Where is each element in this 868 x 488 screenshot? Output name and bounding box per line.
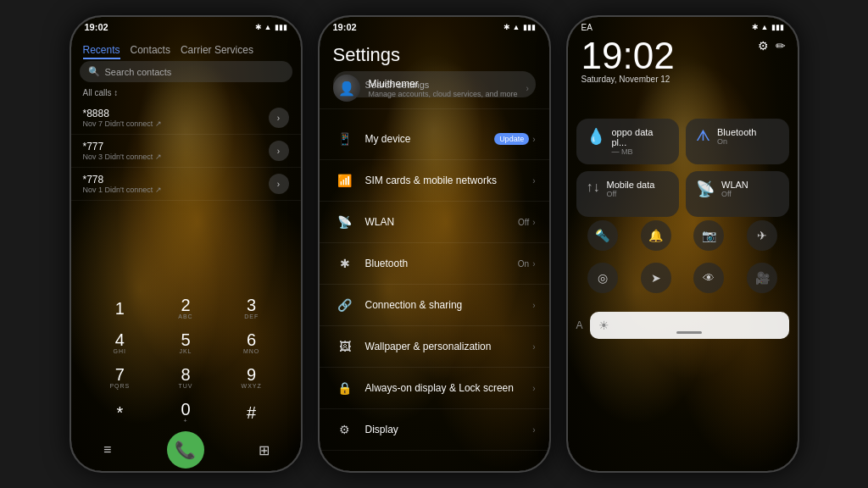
lock-date: Saturday, November 12 xyxy=(581,75,675,84)
settings-title: Settings xyxy=(333,44,536,66)
call-item[interactable]: *778 Nov 1 Didn't connect ↗ › xyxy=(71,168,301,201)
key-hash[interactable]: # xyxy=(220,396,284,429)
device-icon: 📱 xyxy=(333,127,357,151)
all-calls-label: All calls ↕ xyxy=(83,88,119,97)
settings-item-bluetooth[interactable]: ✱ Bluetooth On › xyxy=(320,243,549,285)
wlan-tile-icon: 📡 xyxy=(696,180,715,198)
account-avatar: 👤 xyxy=(333,75,360,102)
brightness-control: A ☀ xyxy=(576,312,789,339)
settings-item-sim[interactable]: 📶 SIM cards & mobile networks › xyxy=(320,160,549,202)
key-2[interactable]: 2ABC xyxy=(153,291,218,324)
call-detail: Nov 7 Didn't connect ↗ xyxy=(83,119,162,128)
status-time-settings: 19:02 xyxy=(333,22,357,32)
tile-mobile-data[interactable]: 💧 oppo data pl... — MB xyxy=(576,119,680,164)
wlan-status: Off xyxy=(518,218,529,227)
tile-label: WLAN xyxy=(721,180,748,190)
airplane-button[interactable]: ✈ xyxy=(747,220,777,251)
screen-record-button[interactable]: 📷 xyxy=(693,220,724,251)
bt-icon-d: ✱ xyxy=(255,23,262,31)
tab-recents[interactable]: Recents xyxy=(83,42,120,59)
key-0[interactable]: 0+ xyxy=(153,396,218,429)
tile-label: oppo data pl... xyxy=(612,127,670,147)
tab-contacts[interactable]: Contacts xyxy=(131,42,170,59)
flashlight-button[interactable]: 🔦 xyxy=(587,220,618,251)
chevron-right-icon: › xyxy=(526,84,529,93)
tile-wlan[interactable]: 📡 WLAN Off xyxy=(686,171,789,217)
item-name: Connection & sharing xyxy=(365,299,525,311)
account-item[interactable]: 👤 Miuithemer Manage accounts, cloud serv… xyxy=(320,68,549,109)
chevron-right-icon: › xyxy=(532,259,535,269)
call-number: *8888 xyxy=(83,108,162,119)
chevron-right-icon: › xyxy=(532,342,535,352)
battery-icon-d: ▮▮▮ xyxy=(275,23,287,31)
wlan-icon: 📡 xyxy=(333,210,357,234)
status-time-dialer: 19:02 xyxy=(85,22,108,32)
camera-button[interactable]: 🎥 xyxy=(747,263,777,293)
dialpad-button[interactable]: ⊞ xyxy=(250,436,277,463)
key-9[interactable]: 9WXYZ xyxy=(220,361,284,394)
key-1[interactable]: 1 xyxy=(88,291,153,324)
settings-item-mydevice[interactable]: 📱 My device Update › xyxy=(320,119,549,160)
search-icon: 🔍 xyxy=(88,66,100,77)
key-7[interactable]: 7PQRS xyxy=(88,361,153,394)
key-4[interactable]: 4GHI xyxy=(88,326,153,359)
bt-icon-s: ✱ xyxy=(504,23,510,31)
settings-item-wallpaper[interactable]: 🖼 Wallpaper & personalization › xyxy=(320,326,549,368)
sim-icon: 📶 xyxy=(333,169,357,192)
account-name: Miuithemer xyxy=(369,78,518,90)
brightness-icon: ☀ xyxy=(598,319,609,332)
edit-icon[interactable]: ✏ xyxy=(776,39,786,53)
tile-bluetooth[interactable]: ᗑ Bluetooth On xyxy=(686,119,789,164)
notification-button[interactable]: 🔔 xyxy=(641,220,671,251)
key-8[interactable]: 8TUV xyxy=(153,361,218,394)
chevron-right-icon: › xyxy=(532,384,535,393)
account-sub: Manage accounts, cloud services, and mor… xyxy=(369,90,518,98)
quick-actions-row1: 🔦 🔔 📷 ✈ xyxy=(576,220,789,251)
menu-button[interactable]: ≡ xyxy=(94,436,121,463)
chevron-right-icon: › xyxy=(532,135,535,144)
call-arrow[interactable]: › xyxy=(269,174,289,194)
status-icons-control: ✱ ▲ ▮▮▮ xyxy=(752,23,784,31)
item-name: Wallpaper & personalization xyxy=(365,341,525,352)
key-5[interactable]: 5JKL xyxy=(153,326,218,359)
brightness-slider[interactable]: ☀ xyxy=(590,312,789,339)
dialer-keypad: 1 2ABC 3DEF 4GHI 5JKL 6MNO 7PQRS 8TUV 9W… xyxy=(71,291,301,429)
key-3[interactable]: 3DEF xyxy=(220,291,284,324)
call-detail: Nov 1 Didn't connect ↗ xyxy=(83,186,162,194)
key-6[interactable]: 6MNO xyxy=(220,326,284,359)
item-name: Display xyxy=(365,424,525,435)
call-item[interactable]: *8888 Nov 7 Didn't connect ↗ › xyxy=(71,102,301,135)
update-badge: Update xyxy=(494,133,529,145)
status-icons-dialer: ✱ ▲ ▮▮▮ xyxy=(255,23,287,31)
status-bar-dialer: 19:02 ✱ ▲ ▮▮▮ xyxy=(71,17,301,37)
signal-icon-d: ▲ xyxy=(264,23,272,31)
status-bar-settings: 19:02 ✱ ▲ ▮▮▮ xyxy=(320,17,549,37)
settings-item-wlan[interactable]: 📡 WLAN Off › xyxy=(320,202,549,243)
call-item[interactable]: *777 Nov 3 Didn't connect ↗ › xyxy=(71,135,301,168)
settings-icon[interactable]: ⚙ xyxy=(758,39,769,53)
call-detail: Nov 3 Didn't connect ↗ xyxy=(83,152,162,161)
eye-icon-button[interactable]: 👁 xyxy=(693,263,724,293)
signal-icon-c: ▲ xyxy=(761,23,769,31)
call-arrow[interactable]: › xyxy=(269,108,289,128)
settings-item-display[interactable]: ⚙ Display › xyxy=(320,409,549,451)
key-star[interactable]: * xyxy=(88,396,153,429)
brightness-indicator xyxy=(676,331,702,334)
battery-icon-s: ▮▮▮ xyxy=(523,23,536,31)
settings-item-lockscreen[interactable]: 🔒 Always-on display & Lock screen › xyxy=(320,368,549,409)
data-icon: ↑↓ xyxy=(587,180,600,195)
call-button[interactable]: 📞 xyxy=(167,431,204,469)
donotdisturb-button[interactable]: ◎ xyxy=(587,263,618,293)
chevron-right-icon: › xyxy=(532,425,535,435)
settings-item-connection[interactable]: 🔗 Connection & sharing › xyxy=(320,285,549,326)
tab-carrier[interactable]: Carrier Services xyxy=(181,42,253,59)
tile-data[interactable]: ↑↓ Mobile data Off xyxy=(576,171,680,217)
settings-list: 📱 My device Update › 📶 SIM cards & mobil… xyxy=(320,119,549,451)
call-number: *778 xyxy=(83,174,162,186)
location-button[interactable]: ➤ xyxy=(641,263,671,293)
lock-time-display: 19:02 Saturday, November 12 xyxy=(581,37,675,84)
quick-actions-row2: ◎ ➤ 👁 🎥 xyxy=(576,263,789,293)
dialer-search-bar[interactable]: 🔍 Search contacts xyxy=(80,61,292,82)
call-arrow[interactable]: › xyxy=(269,141,289,161)
chevron-right-icon: › xyxy=(532,218,535,227)
